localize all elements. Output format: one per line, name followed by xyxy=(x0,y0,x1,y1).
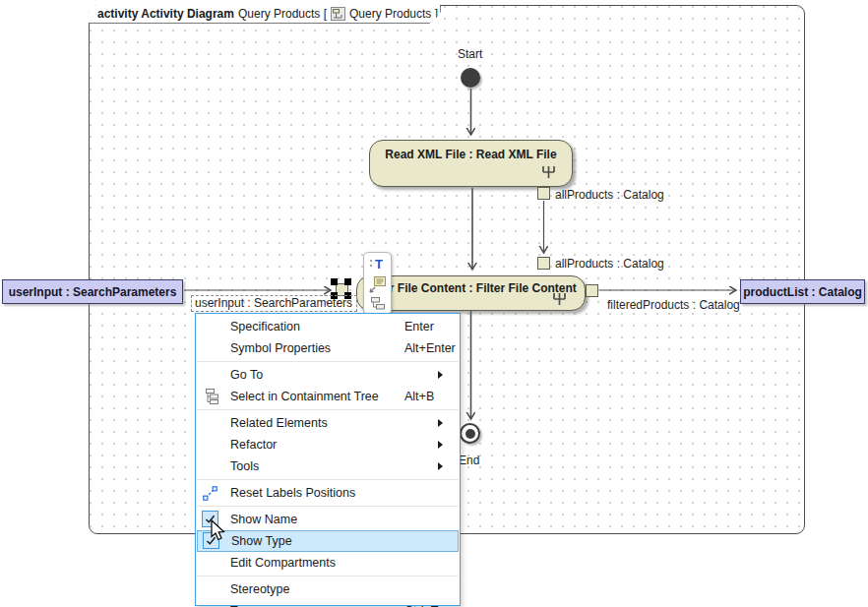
read-output-pin[interactable] xyxy=(537,187,550,200)
edit-name-icon[interactable]: T xyxy=(368,256,387,272)
checkmark-icon xyxy=(204,513,217,525)
menu-item-show-type[interactable]: Show Type xyxy=(197,530,459,552)
checkmark-icon xyxy=(205,534,217,547)
menu-item-tools[interactable]: Tools xyxy=(197,455,459,477)
submenu-arrow-icon xyxy=(438,441,443,449)
menu-item-edit-compartments[interactable]: Edit Compartments xyxy=(197,552,459,574)
menu-item-go-to[interactable]: Go To xyxy=(197,364,459,386)
initial-node[interactable] xyxy=(461,68,480,88)
read-xml-action-label: Read XML File : Read XML File xyxy=(385,148,556,161)
context-menu: Specification Enter Symbol Properties Al… xyxy=(195,313,461,606)
frame-title-ref: Query Products ] xyxy=(349,7,438,21)
read-output-pin-label[interactable]: allProducts : Catalog xyxy=(555,188,664,202)
rake-icon xyxy=(541,166,556,179)
svg-text:T: T xyxy=(375,257,383,272)
activity-diagram-icon xyxy=(331,7,345,21)
diagram-canvas: activity Activity Diagram Query Products… xyxy=(0,0,868,607)
end-node-label[interactable]: End xyxy=(459,454,479,467)
start-node-label[interactable]: Start xyxy=(458,47,482,61)
selection-handle[interactable] xyxy=(344,278,351,285)
filter-output-pin-label[interactable]: filteredProducts : Catalog xyxy=(607,298,740,312)
activity-final-node[interactable] xyxy=(460,423,480,444)
checked-checkbox[interactable] xyxy=(202,511,218,527)
smart-manipulator-toolbar: T xyxy=(363,252,392,315)
filter-action-label: Filter File Content : Filter File Conten… xyxy=(365,281,577,295)
menu-separator xyxy=(197,361,459,362)
submenu-arrow-icon xyxy=(438,462,443,470)
userinput-parameter-node[interactable]: userInput : SearchParameters xyxy=(2,279,183,304)
selected-pin-label[interactable]: userInput : SearchParameters xyxy=(191,295,357,312)
productlist-parameter-label: productList : Catalog xyxy=(743,285,862,299)
menu-item-select-in-containment-tree[interactable]: Select in Containment Tree Alt+B xyxy=(197,386,459,407)
filter-input-pin[interactable] xyxy=(537,257,550,270)
productlist-parameter-node[interactable]: productList : Catalog xyxy=(740,279,865,304)
menu-item-symbol-properties[interactable]: Symbol Properties Alt+Enter xyxy=(197,337,459,359)
containment-tree-icon xyxy=(203,389,218,404)
read-xml-action-node[interactable]: Read XML File : Read XML File xyxy=(369,140,573,187)
note-icon[interactable] xyxy=(368,274,388,294)
submenu-arrow-icon xyxy=(438,371,443,379)
selection-handle[interactable] xyxy=(331,278,338,285)
submenu-arrow-icon xyxy=(438,419,443,427)
reset-labels-icon xyxy=(203,486,217,501)
frame-title: activity Activity Diagram Query Products… xyxy=(89,5,440,23)
menu-separator xyxy=(197,576,459,577)
checked-checkbox[interactable] xyxy=(203,532,219,549)
frame-title-name: Query Products [ xyxy=(238,7,327,21)
menu-item-type[interactable]: Type Ctrl+T xyxy=(197,600,459,607)
menu-item-specification[interactable]: Specification Enter xyxy=(197,316,459,337)
frame-title-keyword: activity Activity Diagram xyxy=(97,7,234,21)
menu-separator xyxy=(197,409,459,410)
menu-item-show-name[interactable]: Show Name xyxy=(197,509,459,530)
filter-output-pin[interactable] xyxy=(586,284,598,297)
menu-item-stereotype[interactable]: Stereotype xyxy=(197,578,459,600)
menu-separator xyxy=(197,506,459,507)
rake-icon xyxy=(552,293,567,306)
menu-item-related-elements[interactable]: Related Elements xyxy=(197,412,459,434)
filter-input-pin-label[interactable]: allProducts : Catalog xyxy=(555,257,664,271)
menu-separator xyxy=(197,479,459,480)
containment-icon[interactable] xyxy=(370,297,386,313)
menu-item-reset-labels-positions[interactable]: Reset Labels Positions xyxy=(197,482,459,504)
activity-final-inner xyxy=(465,429,475,439)
menu-item-refactor[interactable]: Refactor xyxy=(197,434,459,455)
userinput-parameter-label: userInput : SearchParameters xyxy=(9,285,177,299)
